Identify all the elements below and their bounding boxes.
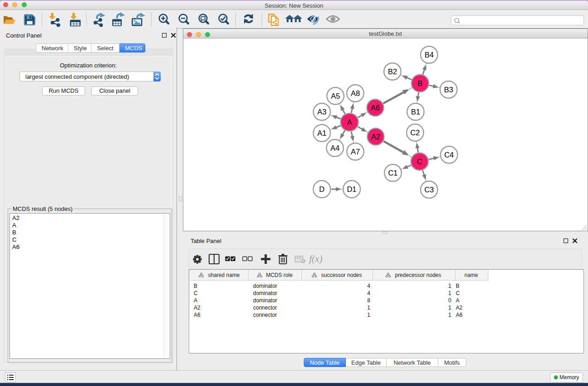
svg-text:B: B — [417, 79, 422, 87]
svg-text:A6: A6 — [371, 104, 380, 112]
svg-text:B1: B1 — [411, 108, 420, 116]
svg-text:A3: A3 — [317, 108, 326, 116]
svg-text:A5: A5 — [331, 92, 340, 100]
svg-text:A2: A2 — [371, 133, 380, 141]
svg-text:A4: A4 — [330, 144, 339, 152]
svg-text:B2: B2 — [388, 67, 397, 76]
svg-text:A7: A7 — [351, 148, 360, 156]
svg-text:C: C — [417, 157, 422, 166]
svg-text:B3: B3 — [444, 86, 453, 94]
svg-text:C4: C4 — [444, 151, 454, 159]
svg-text:A8: A8 — [351, 89, 360, 97]
svg-text:D: D — [319, 185, 325, 193]
svg-text:A1: A1 — [317, 129, 326, 137]
svg-text:C3: C3 — [424, 186, 434, 194]
svg-text:f(x): f(x) — [309, 253, 322, 264]
svg-text:C2: C2 — [410, 129, 420, 137]
svg-text:A: A — [347, 118, 352, 126]
svg-text:C1: C1 — [388, 169, 397, 177]
svg-text:D1: D1 — [347, 185, 356, 193]
svg-text:B4: B4 — [425, 51, 434, 59]
